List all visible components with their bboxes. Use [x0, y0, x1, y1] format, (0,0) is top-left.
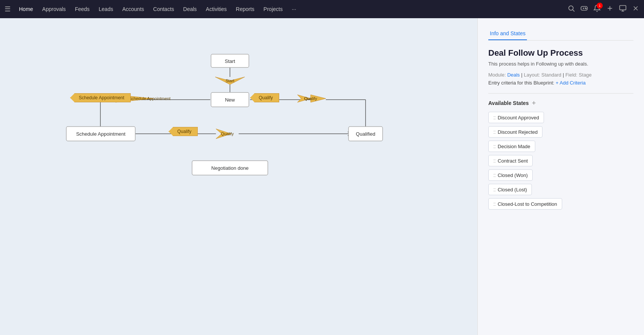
state-chip[interactable]: ::Closed-Lost to Competition: [488, 198, 562, 210]
notification-badge: 1: [597, 3, 603, 9]
drag-handle-icon: ::: [493, 201, 496, 207]
close-icon[interactable]: [632, 5, 639, 14]
drag-handle-icon: ::: [493, 143, 496, 149]
flowchart-svg: Start Start New Qualify Qualify Schedule…: [0, 18, 477, 335]
state-chip-label: Discount Approved: [498, 115, 539, 121]
nav-contacts[interactable]: Contacts: [149, 4, 178, 14]
state-chip-label: Closed-Lost to Competition: [498, 201, 557, 207]
svg-text:Negotiation done: Negotiation done: [211, 165, 249, 171]
svg-text:New: New: [225, 97, 235, 103]
nav-home[interactable]: Home: [15, 4, 37, 14]
nav-deals[interactable]: Deals: [180, 4, 201, 14]
svg-text:Schedule Appointment: Schedule Appointment: [129, 96, 170, 101]
svg-text:Qualified: Qualified: [356, 131, 375, 137]
add-icon[interactable]: [606, 5, 614, 14]
state-chip-label: Closed (Lost): [498, 187, 527, 193]
state-chip[interactable]: ::Discount Approved: [488, 112, 544, 123]
state-chip[interactable]: ::Discount Rejected: [488, 126, 542, 138]
nav-leads[interactable]: Leads: [95, 4, 117, 14]
add-state-button[interactable]: +: [532, 100, 536, 106]
drag-handle-icon: ::: [493, 186, 496, 193]
available-states-title: Available States: [488, 100, 529, 106]
module-value[interactable]: Deals: [507, 72, 520, 78]
search-icon[interactable]: [567, 5, 575, 14]
svg-text:Qualify: Qualify: [221, 131, 234, 136]
screen-icon[interactable]: [619, 5, 627, 14]
criteria-label: Entry criteria for this Blueprint:: [488, 80, 554, 86]
drag-handle-icon: ::: [493, 114, 496, 121]
module-label: Module:: [488, 72, 506, 78]
panel-divider: [488, 93, 633, 94]
svg-text:Qualify: Qualify: [304, 96, 317, 101]
main-layout: Start Start New Qualify Qualify Schedule…: [0, 18, 644, 335]
drag-handle-icon: ::: [493, 172, 496, 178]
panel-description: This process helps in Following up with …: [488, 61, 633, 67]
add-criteria-link[interactable]: + Add Criteria: [556, 80, 586, 86]
layout-label: Layout:: [524, 72, 540, 78]
canvas-area[interactable]: Start Start New Qualify Qualify Schedule…: [0, 18, 477, 335]
state-chip-label: Closed (Won): [498, 172, 528, 178]
svg-rect-9: [620, 5, 626, 10]
nav-activities[interactable]: Activities: [202, 4, 230, 14]
topnav-icon-group: 1: [567, 5, 639, 14]
svg-text:Start: Start: [225, 58, 235, 64]
top-navigation: ☰ Home Approvals Feeds Leads Accounts Co…: [0, 0, 644, 18]
state-chip-label: Contract Sent: [498, 158, 528, 164]
nav-reports[interactable]: Reports: [232, 4, 258, 14]
hamburger-icon[interactable]: ☰: [5, 5, 11, 13]
svg-point-6: [586, 8, 586, 9]
states-list: ::Discount Approved::Discount Rejected::…: [488, 112, 633, 213]
panel-title: Deal Follow Up Process: [488, 48, 633, 58]
svg-text:Start: Start: [225, 78, 234, 83]
layout-value: Standard: [541, 72, 561, 78]
nav-projects[interactable]: Projects: [260, 4, 287, 14]
tab-info-states[interactable]: Info and States: [488, 27, 527, 40]
notifications-icon[interactable]: 1: [593, 5, 601, 14]
panel-tabs: Info and States: [488, 27, 633, 41]
drag-handle-icon: ::: [493, 129, 496, 135]
right-panel: Info and States Deal Follow Up Process T…: [477, 18, 644, 335]
state-chip-label: Discount Rejected: [498, 129, 538, 135]
svg-text:Schedule Appointment: Schedule Appointment: [76, 131, 125, 137]
state-chip[interactable]: ::Contract Sent: [488, 155, 533, 166]
state-chip[interactable]: ::Closed (Won): [488, 169, 533, 181]
nav-more[interactable]: ···: [288, 4, 300, 14]
panel-criteria: Entry criteria for this Blueprint: + Add…: [488, 80, 633, 86]
state-chip[interactable]: ::Decision Made: [488, 141, 535, 152]
state-chip[interactable]: ::Closed (Lost): [488, 184, 532, 195]
nav-feeds[interactable]: Feeds: [71, 4, 94, 14]
separator1: |: [521, 72, 524, 78]
nav-approvals[interactable]: Approvals: [38, 4, 69, 14]
svg-point-0: [569, 6, 573, 10]
field-label: Field:: [565, 72, 577, 78]
field-value: Stage: [579, 72, 592, 78]
svg-line-1: [573, 9, 575, 11]
gamepad-icon[interactable]: [580, 5, 588, 14]
nav-accounts[interactable]: Accounts: [119, 4, 148, 14]
drag-handle-icon: ::: [493, 158, 496, 164]
state-chip-label: Decision Made: [498, 144, 530, 149]
panel-meta-module: Module: Deals | Layout: Standard | Field…: [488, 72, 633, 78]
states-header: Available States +: [488, 100, 633, 106]
